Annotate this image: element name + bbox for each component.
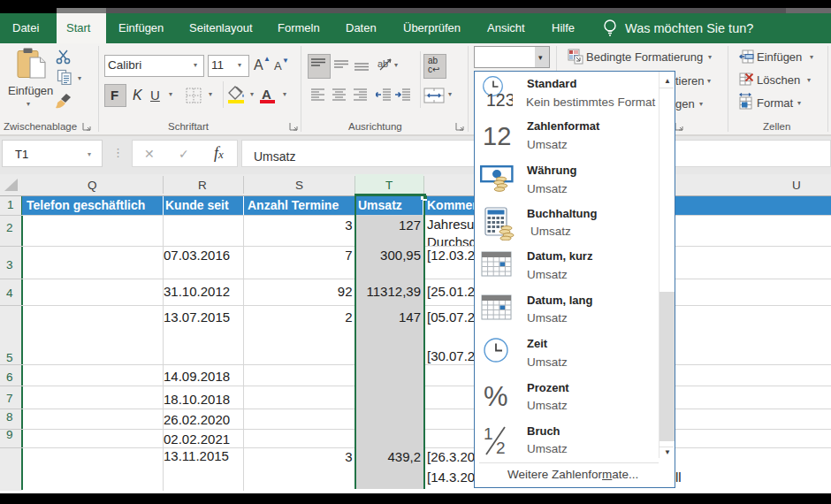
svg-text:1: 1 [484, 426, 493, 443]
svg-text:2: 2 [496, 439, 506, 456]
svg-text:123: 123 [486, 90, 513, 108]
